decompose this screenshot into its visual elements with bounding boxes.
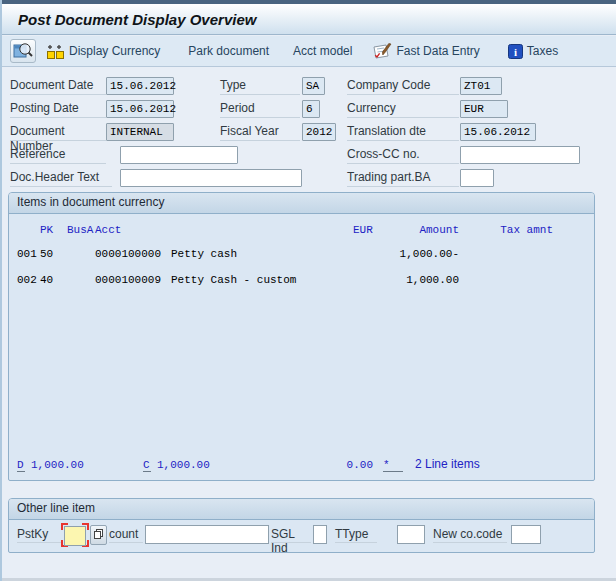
reference-input[interactable] — [120, 146, 238, 164]
account-label: count — [109, 527, 143, 543]
currency-label: Currency — [347, 101, 459, 118]
items-table-header: PK BusA Acct EUR Amount Tax amnt — [9, 219, 594, 241]
debit-total: D1,000.00 — [17, 459, 143, 472]
taxes-button[interactable]: i Taxes — [505, 42, 561, 61]
park-document-label: Park document — [188, 44, 269, 58]
new-co-code-label: New co.code — [433, 527, 507, 543]
col-header-amount: Amount — [395, 219, 459, 241]
new-co-code-input[interactable] — [511, 525, 541, 544]
item-account-text: Petty cash — [171, 241, 353, 267]
pstky-input[interactable] — [64, 526, 86, 546]
line-item-row[interactable]: 002 40 0000100009 Petty Cash - custom 1,… — [9, 267, 594, 293]
company-code-label: Company Code — [347, 78, 459, 95]
document-date-label: Document Date — [10, 78, 106, 95]
other-line-item-title: Other line item — [9, 499, 594, 520]
display-currency-button[interactable]: Display Currency — [44, 42, 163, 61]
fast-data-entry-icon — [372, 43, 392, 59]
credit-total-value: 1,000.00 — [157, 459, 210, 471]
fiscal-year-label: Fiscal Year — [220, 124, 300, 141]
item-tax-amount — [459, 241, 553, 267]
period-field[interactable]: 6 — [302, 100, 320, 118]
ttype-input[interactable] — [397, 525, 425, 544]
credit-total: C1,000.00 — [143, 459, 323, 472]
col-header-text — [171, 219, 353, 241]
choose-detail-button[interactable] — [10, 39, 36, 63]
currency-field[interactable]: EUR — [460, 100, 508, 118]
fiscal-year-field[interactable]: 2012 — [302, 123, 336, 141]
park-document-button[interactable]: Park document — [185, 42, 272, 60]
acct-model-label: Acct model — [293, 44, 352, 58]
col-header-acct: Acct — [95, 219, 171, 241]
credit-indicator: C — [143, 459, 151, 472]
item-account: 0000100000 — [95, 241, 171, 267]
pstky-label: PstKy — [17, 527, 61, 543]
doc-header-text-label: Doc.Header Text — [10, 170, 112, 187]
items-panel-title: Items in document currency — [9, 193, 594, 214]
debit-total-value: 1,000.00 — [31, 459, 84, 471]
display-currency-icon — [47, 44, 65, 59]
fast-data-entry-label: Fast Data Entry — [396, 44, 479, 58]
focus-indicator — [61, 523, 89, 547]
item-currency — [353, 267, 395, 293]
info-icon: i — [508, 44, 523, 59]
ttype-label: TType — [335, 527, 377, 543]
item-busa — [67, 241, 95, 267]
translation-date-field[interactable]: 15.06.2012 — [460, 123, 536, 141]
balance-value: 0.00 — [323, 459, 373, 471]
item-pk: 50 — [40, 241, 67, 267]
svg-text:i: i — [514, 45, 517, 57]
document-number-field[interactable]: INTERNAL — [106, 123, 174, 141]
cross-cc-input[interactable] — [460, 146, 580, 164]
other-line-item-panel: Other line item PstKy count SGL Ind TTyp… — [8, 498, 595, 553]
item-account: 0000100009 — [95, 267, 171, 293]
fast-data-entry-button[interactable]: Fast Data Entry — [369, 41, 482, 61]
reference-label: Reference — [10, 147, 106, 164]
document-date-field[interactable]: 15.06.2012 — [106, 77, 174, 95]
type-field[interactable]: SA — [302, 77, 325, 95]
col-header-tax: Tax amnt — [459, 219, 553, 241]
display-indicator-field: * — [383, 459, 403, 472]
items-table: PK BusA Acct EUR Amount Tax amnt 001 50 … — [9, 219, 594, 485]
items-panel: Items in document currency PK BusA Acct … — [8, 192, 595, 481]
cross-cc-label: Cross-CC no. — [347, 147, 459, 164]
company-code-field[interactable]: ZT01 — [460, 77, 502, 95]
item-currency — [353, 241, 395, 267]
col-header-pk: PK — [40, 219, 67, 241]
document-header-form: Document Date 15.06.2012 Type SA Company… — [2, 72, 616, 190]
other-line-item-body: PstKy count SGL Ind TType New co.code — [9, 520, 594, 552]
item-amount: 1,000.00- — [395, 241, 459, 267]
item-pk: 40 — [40, 267, 67, 293]
posting-date-field[interactable]: 15.06.2012 — [106, 100, 174, 118]
magnifier-document-icon — [13, 41, 33, 62]
page-title: Post Document Display Overview — [18, 11, 256, 28]
item-pos: 001 — [9, 241, 40, 267]
col-header-currency: EUR — [353, 219, 395, 241]
trading-part-ba-label: Trading part.BA — [347, 170, 459, 187]
sgl-ind-input[interactable] — [313, 525, 327, 544]
line-item-row[interactable]: 001 50 0000100000 Petty cash 1,000.00- — [9, 241, 594, 267]
item-amount: 1,000.00 — [395, 267, 459, 293]
doc-header-text-input[interactable] — [120, 169, 302, 187]
document-number-label: Document Number — [10, 124, 106, 141]
taxes-label: Taxes — [527, 44, 558, 58]
overlapping-windows-icon — [93, 528, 104, 543]
title-bar: Post Document Display Overview — [2, 4, 616, 35]
translation-date-label: Translation dte — [347, 124, 459, 141]
display-currency-label: Display Currency — [69, 44, 160, 58]
posting-date-label: Posting Date — [10, 101, 106, 118]
totals-line: D1,000.00 C1,000.00 0.00 * 2 Line items — [9, 457, 594, 472]
possible-entries-button[interactable] — [90, 525, 107, 545]
sgl-ind-label: SGL Ind — [271, 527, 311, 543]
trading-part-ba-input[interactable] — [460, 169, 494, 187]
item-tax-amount — [459, 267, 553, 293]
col-header-busa: BusA — [67, 219, 95, 241]
col-header-pos — [9, 219, 40, 241]
item-busa — [67, 267, 95, 293]
application-toolbar: Display Currency Park document Acct mode… — [2, 36, 616, 67]
account-input[interactable] — [145, 525, 269, 544]
debit-indicator: D — [17, 459, 25, 472]
line-items-count: 2 Line items — [415, 457, 480, 471]
item-pos: 002 — [9, 267, 40, 293]
period-label: Period — [220, 101, 300, 118]
acct-model-button[interactable]: Acct model — [290, 42, 355, 60]
